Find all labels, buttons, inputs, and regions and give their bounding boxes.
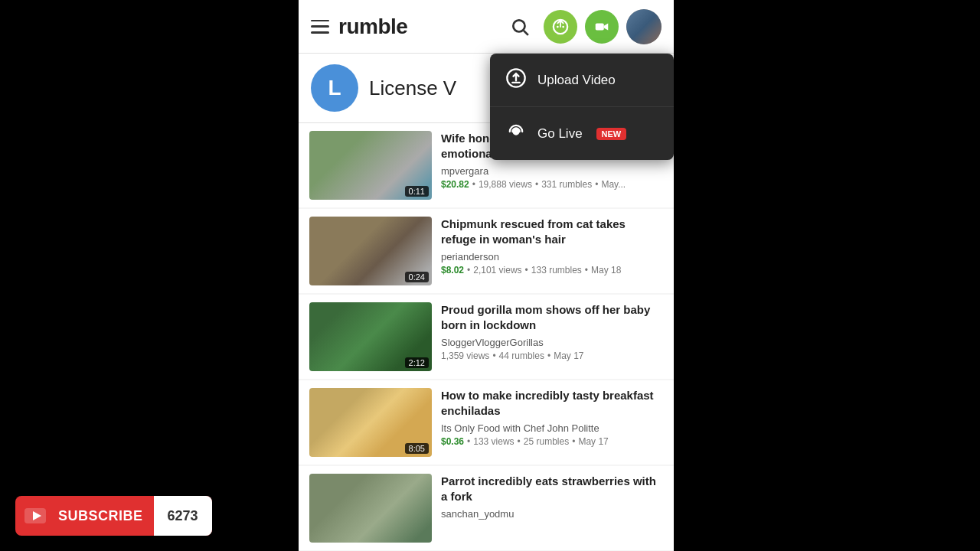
video-title-3: Proud gorilla mom shows off her baby bor… [441,302,663,332]
search-icon [510,17,530,37]
video-views-3: 1,359 views [441,350,489,361]
video-views-4: 133 views [473,436,514,447]
live-icon [505,121,527,146]
video-meta-4: $0.36 • 133 views • 25 rumbles • May 17 [441,436,663,447]
dropdown-golive-label: Go Live [537,126,583,142]
video-rumbles-4: 25 rumbles [524,436,569,447]
duration-badge-3: 2:12 [405,357,429,368]
video-info-5: Parrot incredibly eats strawberries with… [441,474,663,543]
video-meta-2: $8.02 • 2,101 views • 133 rumbles • May … [441,265,663,276]
thumbnail-wrap-3: 2:12 [309,302,432,371]
video-channel-1: mpvergara [441,165,663,177]
video-info-3: Proud gorilla mom shows off her baby bor… [441,302,663,371]
duration-badge-4: 8:05 [405,443,429,454]
video-list: 0:11 Wife honors deceased husband with e… [299,123,674,551]
svg-line-1 [524,30,528,34]
subscribe-bar[interactable]: SUBSCRIBE 6273 [15,496,212,536]
thumbnail-5 [309,474,432,543]
video-item-4[interactable]: 8:05 How to make incredibly tasty breakf… [299,380,674,465]
channel-name: License V [369,77,456,100]
video-rumbles-3: 44 rumbles [499,350,544,361]
header: rumble [299,0,674,54]
video-title-5: Parrot incredibly eats strawberries with… [441,474,663,504]
new-badge: NEW [596,128,627,140]
channel-avatar: L [311,64,358,112]
video-earnings-2: $8.02 [441,265,464,276]
thumbnail-wrap-4: 8:05 [309,388,432,457]
video-date-3: May 17 [554,350,583,361]
dropdown-menu: Upload Video Go Live NEW [490,54,674,160]
video-rumbles-1: 331 rumbles [541,179,592,190]
video-title-4: How to make incredibly tasty breakfast e… [441,388,663,418]
upload-create-button[interactable] [544,10,577,44]
svg-point-0 [513,20,524,31]
video-views-1: 19,888 views [479,179,532,190]
video-channel-4: Its Only Food with Chef John Politte [441,422,663,434]
video-item-3[interactable]: 2:12 Proud gorilla mom shows off her bab… [299,295,674,379]
video-channel-5: sanchan_yodmu [441,508,663,520]
duration-badge-2: 0:24 [405,272,429,282]
video-channel-3: SloggerVloggerGorillas [441,337,663,348]
thumbnail-wrap-5 [309,474,432,543]
video-date-2: May 18 [591,265,621,276]
hamburger-menu-button[interactable] [311,20,329,34]
create-button[interactable] [585,10,619,44]
subscribe-label: SUBSCRIBE [55,508,154,524]
video-item-5[interactable]: Parrot incredibly eats strawberries with… [299,466,674,550]
svg-point-5 [562,25,564,28]
dropdown-item-golive[interactable]: Go Live NEW [490,106,674,160]
video-meta-1: $20.82 • 19,888 views • 331 rumbles • Ma… [441,179,663,190]
video-earnings-4: $0.36 [441,436,464,447]
svg-rect-6 [596,23,604,30]
thumbnail-wrap-2: 0:24 [309,217,432,285]
video-earnings-1: $20.82 [441,179,469,190]
search-button[interactable] [504,11,536,43]
svg-point-4 [557,25,559,28]
thumbnail-wrap-1: 0:11 [309,131,432,200]
video-rumbles-2: 133 rumbles [531,265,582,276]
dropdown-upload-label: Upload Video [537,73,616,88]
header-left: rumble [311,15,407,39]
video-info-4: How to make incredibly tasty breakfast e… [441,388,663,457]
duration-badge-1: 0:11 [405,186,429,197]
video-date-1: May... [601,179,626,190]
video-meta-3: 1,359 views • 44 rumbles • May 17 [441,350,663,361]
youtube-icon [15,508,55,523]
main-content: rumble [299,0,674,551]
avatar-image [626,9,662,44]
svg-point-9 [514,129,519,135]
header-right [504,9,662,44]
user-avatar[interactable] [626,9,662,44]
video-title-2: Chipmunk rescued from cat takes refuge i… [441,217,663,246]
video-info-2: Chipmunk rescued from cat takes refuge i… [441,217,663,285]
video-channel-2: perianderson [441,251,663,262]
video-date-4: May 17 [578,436,608,447]
video-views-2: 2,101 views [473,265,521,276]
subscribe-count: 6273 [154,496,212,536]
upload-icon [505,67,527,93]
dropdown-item-upload[interactable]: Upload Video [490,54,674,106]
logo: rumble [338,15,407,39]
video-item-2[interactable]: 0:24 Chipmunk rescued from cat takes ref… [299,209,674,293]
